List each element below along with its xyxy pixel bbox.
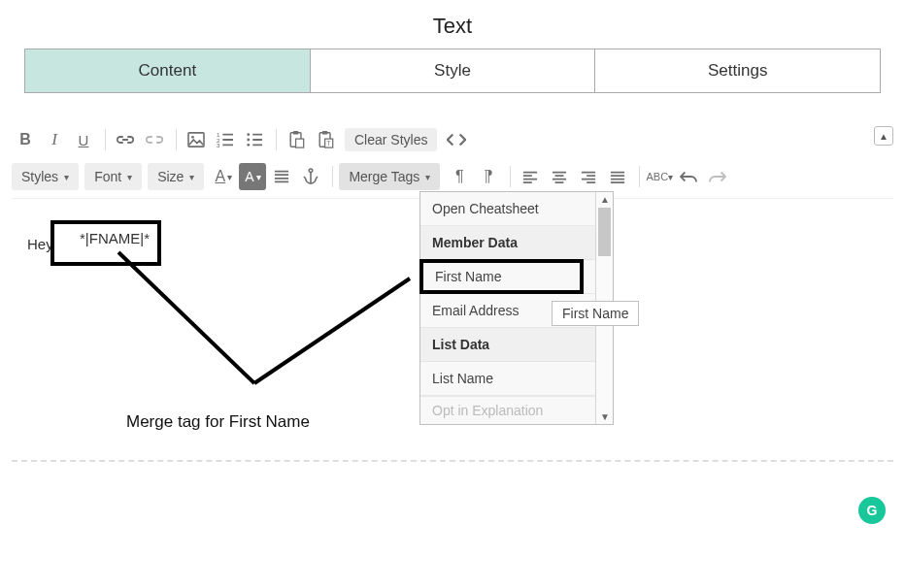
spellcheck-icon[interactable]: ABC▾ [646,163,673,190]
unordered-list-icon[interactable] [241,126,268,153]
caret-icon: ▾ [425,172,430,182]
grammarly-icon[interactable]: G [858,497,886,524]
image-icon[interactable] [183,126,210,153]
caret-icon: ▾ [127,172,132,182]
bold-button[interactable]: B [12,126,39,153]
scroll-up-icon[interactable]: ▲ [600,194,610,205]
text-color-icon[interactable]: A▾ [210,163,237,190]
tab-content[interactable]: Content [25,49,311,92]
styles-dropdown[interactable]: Styles▾ [12,163,79,190]
tab-style[interactable]: Style [311,49,596,92]
align-justify-icon[interactable] [604,163,631,190]
svg-rect-9 [292,131,297,135]
body-text: Hey [27,236,53,252]
menu-header-list-data: List Data [420,328,613,362]
svg-rect-0 [188,133,204,147]
svg-point-1 [191,136,194,139]
separator [510,166,511,187]
caret-icon: ▾ [64,172,69,182]
source-code-icon[interactable] [443,126,470,153]
caret-icon: ▾ [189,172,194,182]
merge-tags-label: Merge Tags [349,169,419,184]
caret-icon: ▾ [668,172,673,182]
footer-divider [12,460,893,462]
anchor-icon[interactable] [297,163,324,190]
separator [105,129,106,150]
ltr-icon[interactable]: ¶ [446,163,473,190]
undo-icon[interactable] [675,163,702,190]
svg-rect-12 [321,131,326,135]
styles-label: Styles [21,169,58,184]
separator [332,166,333,187]
font-dropdown[interactable]: Font▾ [84,163,142,190]
caret-icon: ▾ [256,172,261,182]
clear-styles-button[interactable]: Clear Styles [345,128,437,151]
link-icon[interactable] [112,126,139,153]
tab-row: Content Style Settings [24,49,881,93]
menu-first-name-label: First Name [419,259,584,294]
paste-text-icon[interactable]: T [312,126,339,153]
menu-list-name[interactable]: List Name [420,362,613,396]
page-title: Text [0,0,905,49]
rtl-icon[interactable]: ¶ [475,163,502,190]
svg-point-7 [247,144,250,147]
merge-tags-dropdown[interactable]: Merge Tags▾ [339,163,440,190]
underline-button[interactable]: U [70,126,97,153]
menu-first-name[interactable]: First Name [420,259,613,294]
size-dropdown[interactable]: Size▾ [148,163,204,190]
font-label: Font [94,169,121,184]
svg-text:3: 3 [217,142,220,147]
tooltip: First Name [552,301,639,326]
menu-open-cheatsheet[interactable]: Open Cheatsheet [420,192,613,226]
align-left-icon[interactable] [517,163,544,190]
separator [276,129,277,150]
align-right-icon[interactable] [575,163,602,190]
italic-button[interactable]: I [41,126,68,153]
svg-text:T: T [326,140,330,147]
merge-tag-highlight: *|FNAME|* [50,220,161,266]
size-label: Size [157,169,184,184]
svg-point-6 [247,139,250,142]
scroll-thumb[interactable] [598,208,611,256]
annotation-caption: Merge tag for First Name [126,412,310,432]
line-height-icon[interactable] [268,163,295,190]
paste-icon[interactable] [283,126,310,153]
separator [176,129,177,150]
unlink-icon[interactable] [141,126,168,153]
align-center-icon[interactable] [546,163,573,190]
redo-icon[interactable] [704,163,731,190]
editor-canvas[interactable]: Hey *|FNAME|* Open Cheatsheet Member Dat… [12,198,893,460]
svg-rect-10 [295,139,303,147]
tab-settings[interactable]: Settings [595,49,880,92]
svg-point-15 [310,169,314,173]
collapse-toolbar-button[interactable]: ▲ [874,126,893,146]
ordered-list-icon[interactable]: 123 [212,126,239,153]
svg-point-5 [247,133,250,136]
scroll-down-icon[interactable]: ▼ [600,411,610,422]
bg-color-icon[interactable]: A▾ [239,163,266,190]
menu-header-member-data: Member Data [420,226,613,260]
editor-toolbar: B I U 123 T [0,122,905,192]
menu-cut-off-item[interactable]: Opt in Explanation [420,396,613,424]
separator [639,166,640,187]
caret-icon: ▾ [227,172,232,182]
